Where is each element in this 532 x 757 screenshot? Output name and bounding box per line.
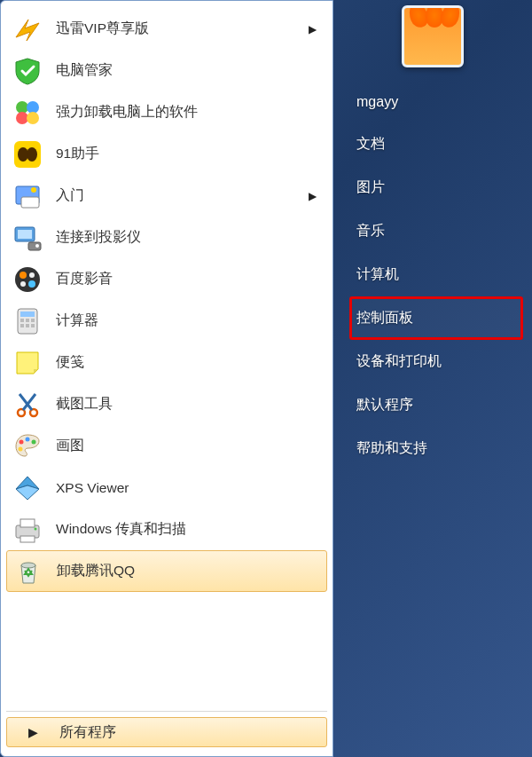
baidu-video-icon	[12, 264, 43, 296]
svg-point-32	[26, 437, 30, 441]
program-item-getting-started[interactable]: 入门 ▶	[6, 175, 327, 217]
programs-pane: 迅雷VIP尊享版 ▶ 电脑管家 强力卸载电脑上的软件	[0, 0, 333, 757]
place-item-computer[interactable]: 计算机	[349, 253, 523, 296]
place-item-music[interactable]: 音乐	[349, 209, 523, 253]
svg-point-2	[16, 112, 28, 124]
svg-point-33	[32, 439, 36, 444]
fax-scan-icon	[12, 514, 43, 546]
svg-point-13	[35, 244, 39, 248]
program-item-calculator[interactable]: 计算器	[6, 300, 327, 342]
getting-started-icon	[12, 180, 43, 212]
place-item-documents[interactable]: 文档	[349, 122, 523, 166]
all-programs-label: 所有程序	[59, 723, 116, 742]
svg-rect-22	[26, 319, 29, 322]
program-label: 计算器	[56, 311, 322, 330]
recycle-bin-icon	[12, 556, 44, 587]
svg-point-15	[20, 272, 27, 279]
right-arrow-icon: ▶	[28, 725, 38, 739]
svg-point-14	[15, 267, 40, 292]
snipping-tool-icon	[12, 389, 43, 421]
svg-rect-24	[20, 324, 24, 327]
uninstall-tool-icon	[12, 97, 43, 129]
submenu-arrow-icon: ▶	[309, 190, 322, 202]
program-label: 卸载腾讯QQ	[57, 562, 321, 580]
programs-list: 迅雷VIP尊享版 ▶ 电脑管家 强力卸载电脑上的软件	[1, 6, 332, 707]
submenu-arrow-icon: ▶	[309, 23, 322, 35]
place-item-control-panel[interactable]: 控制面板	[349, 296, 523, 340]
svg-rect-8	[21, 197, 39, 208]
program-label: 91助手	[56, 145, 322, 163]
program-item-pc-manager[interactable]: 电脑管家	[6, 50, 327, 91]
user-avatar[interactable]	[402, 5, 464, 67]
svg-point-18	[20, 281, 26, 287]
svg-rect-21	[20, 319, 24, 322]
svg-point-3	[27, 112, 39, 124]
program-label: 百度影音	[56, 270, 322, 288]
program-item-snipping-tool[interactable]: 截图工具	[6, 383, 327, 425]
svg-point-38	[35, 527, 37, 530]
calculator-icon	[12, 305, 43, 337]
program-item-projector[interactable]: 连接到投影仪	[6, 217, 327, 258]
program-item-xunlei-vip[interactable]: 迅雷VIP尊享版 ▶	[6, 8, 327, 50]
xps-viewer-icon	[12, 472, 43, 504]
program-label: XPS Viewer	[56, 480, 322, 496]
program-item-paint[interactable]: 画图	[6, 425, 327, 467]
svg-point-39	[21, 563, 35, 568]
program-item-baidu-video[interactable]: 百度影音	[6, 258, 327, 300]
91-assistant-icon	[12, 138, 43, 170]
svg-rect-20	[20, 311, 35, 317]
svg-point-16	[28, 280, 35, 288]
program-label: 连接到投影仪	[56, 228, 322, 247]
program-label: 截图工具	[56, 395, 322, 414]
place-item-user[interactable]: mgayy	[349, 82, 523, 122]
xunlei-icon	[12, 13, 43, 45]
program-label: Windows 传真和扫描	[56, 520, 322, 539]
svg-rect-25	[26, 324, 29, 327]
place-item-devices-printers[interactable]: 设备和打印机	[349, 340, 523, 383]
svg-point-9	[31, 187, 36, 193]
svg-rect-37	[20, 536, 35, 542]
program-label: 便笺	[56, 353, 322, 372]
svg-point-34	[19, 446, 23, 451]
program-item-uninstall-tool[interactable]: 强力卸载电脑上的软件	[6, 91, 327, 133]
start-menu: 迅雷VIP尊享版 ▶ 电脑管家 强力卸载电脑上的软件	[0, 0, 532, 757]
program-item-uninstall-qq[interactable]: 卸载腾讯QQ	[6, 550, 327, 592]
places-pane: mgayy 文档 图片 音乐 计算机 控制面板 设备和打印机 默认程序 帮助和支…	[333, 0, 532, 757]
program-item-91-assistant[interactable]: 91助手	[6, 133, 327, 175]
program-label: 入门	[56, 186, 309, 205]
svg-point-0	[16, 101, 28, 114]
projector-icon	[12, 222, 43, 254]
svg-point-17	[29, 272, 35, 278]
svg-rect-36	[20, 519, 35, 527]
svg-point-1	[27, 101, 39, 114]
pc-manager-icon	[12, 55, 43, 87]
program-item-fax-scan[interactable]: Windows 传真和扫描	[6, 509, 327, 550]
place-item-help-support[interactable]: 帮助和支持	[349, 427, 523, 470]
svg-rect-26	[31, 324, 35, 327]
program-item-sticky-notes[interactable]: 便笺	[6, 342, 327, 383]
place-item-pictures[interactable]: 图片	[349, 166, 523, 209]
program-label: 电脑管家	[56, 61, 322, 80]
program-label: 强力卸载电脑上的软件	[56, 103, 322, 122]
place-item-default-programs[interactable]: 默认程序	[349, 383, 523, 427]
svg-point-31	[20, 439, 24, 444]
svg-rect-11	[18, 230, 32, 239]
sticky-notes-icon	[12, 347, 43, 379]
program-item-xps-viewer[interactable]: XPS Viewer	[6, 467, 327, 509]
places-list: mgayy 文档 图片 音乐 计算机 控制面板 设备和打印机 默认程序 帮助和支…	[333, 82, 532, 470]
program-label: 画图	[56, 437, 322, 455]
svg-point-6	[27, 147, 37, 162]
svg-rect-23	[31, 319, 35, 322]
program-label: 迅雷VIP尊享版	[56, 20, 309, 38]
paint-icon	[12, 430, 43, 462]
all-programs-button[interactable]: ▶ 所有程序	[6, 717, 327, 747]
all-programs-section: ▶ 所有程序	[6, 711, 327, 747]
